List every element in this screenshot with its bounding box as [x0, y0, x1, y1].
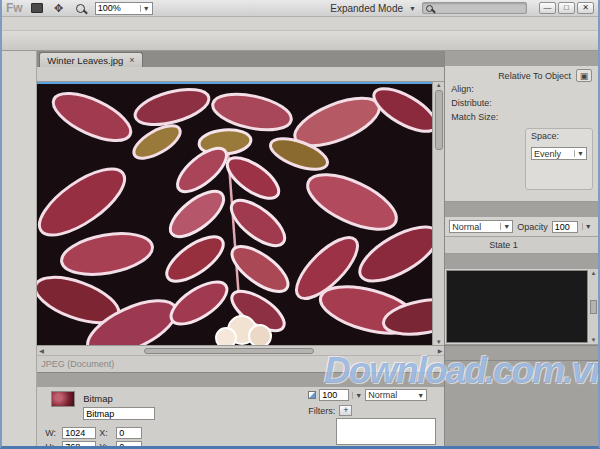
swatches-scroll-thumb[interactable] [590, 300, 597, 314]
state-label: State 1 [489, 240, 518, 250]
space-group: Space: Evenly▼ [525, 128, 593, 190]
main-toolbar [2, 31, 598, 51]
search-input[interactable] [422, 2, 527, 14]
vertical-scroll-thumb[interactable] [435, 90, 443, 150]
height-label: H: [45, 442, 59, 449]
chevron-down-icon: ▼ [415, 392, 424, 399]
horizontal-scrollbar[interactable]: ◀ ▶ [37, 345, 444, 355]
workspace-mode-button[interactable]: Expanded Mode▼ [330, 3, 416, 14]
swatches-panel: ▲ ▼ [445, 269, 598, 345]
width-label: W: [45, 428, 59, 438]
object-thumbnail [51, 391, 75, 407]
window-controls: —□✕ [539, 2, 594, 14]
scroll-down-icon[interactable]: ▼ [591, 337, 597, 343]
minimize-button[interactable]: — [539, 2, 556, 14]
properties-tabs [37, 373, 444, 387]
blend-mode-select[interactable]: Normal▼ [365, 389, 427, 401]
document-tab-bar: Winter Leaves.jpg × [37, 51, 444, 67]
vertical-scrollbar[interactable]: ▲ ▼ [432, 82, 444, 345]
maximize-button[interactable]: □ [558, 2, 575, 14]
close-button[interactable]: ✕ [577, 2, 594, 14]
menu-bar [2, 17, 598, 31]
zoom-select[interactable]: 100%▼ [95, 2, 153, 15]
document-tab[interactable]: Winter Leaves.jpg × [39, 52, 142, 67]
x-label: X: [99, 428, 113, 438]
filters-label: Filters: [308, 406, 335, 416]
chevron-down-icon[interactable]: ▼ [582, 223, 592, 230]
filters-list[interactable] [336, 418, 436, 445]
chevron-down-icon: ▼ [407, 5, 416, 12]
canvas-color-icon[interactable] [29, 2, 45, 15]
status-bar: JPEG (Document) [37, 355, 444, 372]
fireworks-window: Fw ✥ 100%▼ Expanded Mode▼ —□✕ Winter Lea… [0, 0, 600, 449]
relative-to-object-label: Relative To Object [498, 71, 571, 81]
scroll-up-icon[interactable]: ▲ [591, 270, 597, 276]
selection-highlight [37, 82, 432, 84]
add-filter-button[interactable]: + [339, 405, 352, 416]
y-label: Y: [99, 442, 113, 449]
panel-dock: Relative To Object ▣ Align: Distribute: … [444, 51, 598, 449]
transparency-icon [308, 391, 316, 399]
document-type-label: JPEG (Document) [41, 359, 114, 369]
horizontal-scroll-thumb[interactable] [144, 348, 314, 354]
layers-panel: Normal▼ Opacity ▼ State 1 [445, 217, 598, 254]
align-panel: Relative To Object ▣ Align: Distribute: … [445, 66, 598, 202]
document-title: Winter Leaves.jpg [47, 55, 123, 66]
preview-bar [37, 67, 444, 82]
magnify-icon[interactable] [73, 2, 89, 15]
canvas-image [37, 82, 432, 345]
space-label: Space: [531, 131, 587, 141]
swatch-grid [446, 270, 588, 343]
space-select[interactable]: Evenly▼ [531, 147, 587, 160]
object-type-label: Bitmap [83, 393, 113, 404]
object-name-input[interactable] [83, 407, 155, 420]
dimension-fields: W: X: H: Y: [45, 427, 142, 449]
scroll-right-icon[interactable]: ▶ [438, 347, 443, 354]
y-input[interactable] [116, 441, 142, 449]
match-size-label: Match Size: [451, 112, 592, 122]
relative-to-object-button[interactable]: ▣ [576, 69, 592, 82]
align-panel-tabs [445, 51, 598, 66]
search-icon [426, 5, 433, 12]
chevron-down-icon: ▼ [500, 223, 510, 230]
width-input[interactable] [62, 427, 96, 439]
chevron-down-icon[interactable]: ▼ [352, 392, 362, 399]
swatches-panel-tabs [445, 254, 598, 269]
layer-opacity-input[interactable] [552, 221, 578, 233]
x-input[interactable] [116, 427, 142, 439]
chevron-down-icon: ▼ [140, 5, 150, 12]
tools-panel [2, 51, 37, 449]
chevron-down-icon: ▼ [574, 150, 584, 157]
align-label: Align: [451, 84, 592, 94]
title-bar: Fw ✥ 100%▼ Expanded Mode▼ —□✕ [2, 0, 598, 17]
utility-panel-tabs [445, 345, 598, 360]
state-row: State 1 [445, 236, 598, 253]
opacity-input[interactable] [319, 389, 349, 401]
swatches-scrollbar[interactable]: ▲ ▼ [589, 269, 598, 344]
library-panel-tabs [445, 360, 598, 449]
fireworks-logo: Fw [6, 1, 23, 15]
hand-icon[interactable]: ✥ [51, 2, 67, 15]
canvas[interactable] [37, 82, 432, 345]
distribute-label: Distribute: [451, 98, 592, 108]
layers-panel-tabs [445, 202, 598, 217]
close-icon[interactable]: × [129, 55, 134, 65]
scroll-left-icon[interactable]: ◀ [39, 347, 44, 354]
opacity-label: Opacity [517, 222, 548, 232]
scroll-up-icon[interactable]: ▲ [436, 82, 442, 88]
properties-panel: Bitmap W: X: H: Y: [37, 372, 444, 449]
height-input[interactable] [62, 441, 96, 449]
layer-blend-select[interactable]: Normal▼ [449, 220, 513, 233]
